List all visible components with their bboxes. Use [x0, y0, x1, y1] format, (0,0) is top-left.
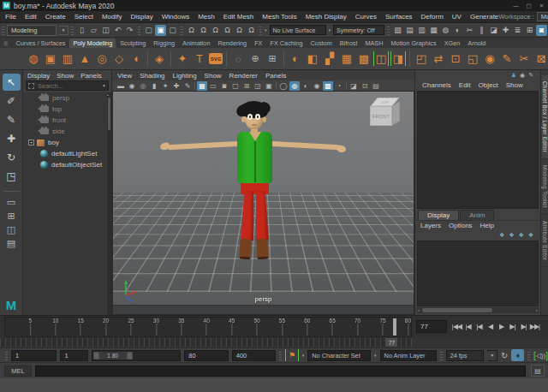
status-file-icon[interactable]: ▱ [88, 25, 99, 36]
channel-corner-icon[interactable]: ✎ [528, 72, 533, 79]
channel-box-menu-item[interactable]: Show [506, 81, 523, 89]
viewport-toggle-icon[interactable]: ◉ [312, 81, 322, 91]
toolbox-tool[interactable]: ↖ [3, 74, 21, 91]
menu-item[interactable]: Mesh [198, 13, 215, 21]
shelf-menu-icon[interactable]: ☰ [3, 40, 8, 46]
viewport-toggle-icon[interactable]: ◐ [301, 81, 311, 91]
viewport-menu-item[interactable]: Show [205, 72, 222, 80]
anim-layer-arrow-icon[interactable]: ▾ [374, 353, 377, 358]
layer-action-icon[interactable]: ❖ [518, 232, 523, 239]
channel-corner-icon[interactable]: ♟ [511, 72, 516, 79]
shelf-tool-icon[interactable]: ◉ [482, 51, 497, 67]
playback-button[interactable]: ◀ [485, 320, 496, 333]
live-surface-field[interactable]: No Live Surface [270, 25, 326, 35]
menu-set-selector[interactable]: Modeling [7, 25, 57, 36]
shelf-tab[interactable]: Bifrost [337, 39, 361, 48]
viewport-toggle-icon[interactable] [345, 81, 348, 91]
shelf-tab[interactable]: FX [251, 39, 265, 48]
status-file-icon[interactable]: ◫ [100, 25, 111, 36]
outliner-item[interactable]: boy [23, 137, 111, 148]
sidebar-toggle-icon[interactable]: ◙ [536, 25, 547, 36]
shelf-tool-icon[interactable]: ◐ [288, 51, 303, 67]
shelf-tool-icon[interactable]: ◨ [390, 51, 406, 66]
layer-action-icon[interactable]: ❖ [528, 232, 533, 239]
playback-button[interactable]: |◀◀ [451, 320, 462, 333]
shelf-tool-icon[interactable]: SVG [209, 53, 223, 64]
menu-item[interactable]: Generate [470, 13, 498, 21]
group-grip[interactable] [2, 25, 4, 35]
shelf-tool-icon[interactable]: T [192, 51, 207, 67]
group-grip[interactable] [527, 350, 530, 360]
shelf-tool-icon[interactable] [147, 51, 148, 67]
channel-box-menu-item[interactable]: Object [479, 81, 498, 89]
mel-command-input[interactable] [35, 365, 526, 377]
current-time-marker[interactable] [393, 318, 396, 336]
view-cube-side-face[interactable] [392, 102, 400, 126]
outliner-scrollbar[interactable] [107, 92, 111, 315]
channel-box-menu-item[interactable]: Channels [422, 81, 451, 89]
shelf-tab[interactable]: Curves / Surfaces [12, 39, 68, 48]
viewport-toggle-icon[interactable]: ▭ [208, 81, 218, 91]
shelf-tool-icon[interactable]: ◍ [26, 51, 41, 67]
sidebar-toggle-icon[interactable]: ▧ [392, 25, 403, 36]
viewport-toggle-icon[interactable]: ◪ [348, 81, 359, 91]
shelf-tool-icon[interactable] [409, 51, 410, 67]
group-grip[interactable] [259, 25, 262, 35]
group-grip[interactable] [71, 25, 74, 35]
toolbox-tool[interactable]: ✐ [3, 92, 21, 110]
sidebar-toggle-icon[interactable]: ◍ [440, 25, 451, 36]
viewport-menu-item[interactable]: Renderer [229, 72, 258, 80]
shelf-tool-icon[interactable]: ◰ [414, 51, 429, 67]
group-grip[interactable] [440, 350, 443, 360]
sidebar-toggle-icon[interactable]: ✚ [500, 25, 511, 36]
sidebar-toggle-icon[interactable]: ⊞ [524, 25, 535, 36]
viewport-menu-item[interactable]: Panels [265, 72, 286, 80]
layout-shortcut[interactable]: ⊞ [3, 210, 20, 222]
group-grip[interactable] [181, 25, 183, 35]
auto-key-toggle[interactable]: ♦ [511, 349, 524, 361]
viewport-canvas[interactable]: TOP FRONT persp [112, 92, 414, 315]
group-grip[interactable] [5, 350, 8, 360]
shelf-tool-icon[interactable]: ✎ [499, 51, 515, 67]
snap-icon[interactable]: Ω [210, 25, 221, 36]
live-surface-arrow-icon[interactable]: ▾ [265, 27, 267, 33]
snap-icon[interactable]: Ω [246, 25, 257, 36]
viewport-toggle-icon[interactable]: ◍ [289, 81, 300, 91]
shelf-tool-icon[interactable]: ◫ [373, 51, 389, 66]
layout-shortcut[interactable]: ▤ [3, 237, 20, 249]
window-control-button[interactable]: ▢ [522, 0, 535, 11]
menu-item[interactable]: Select [74, 13, 93, 21]
sidebar-toggle-icon[interactable]: ∥ [476, 25, 487, 36]
sidebar-toggle-icon[interactable]: ◪ [488, 25, 499, 36]
group-grip[interactable] [387, 25, 390, 35]
shelf-tool-icon[interactable]: ◎ [94, 51, 110, 67]
viewport-toggle-icon[interactable]: ◲ [253, 81, 263, 91]
set-key-icon[interactable]: ⚑ [285, 349, 299, 361]
layer-action-icon[interactable]: ❖ [509, 232, 514, 239]
symmetry-arrow-icon[interactable]: ▾ [329, 27, 331, 33]
viewport-toggle-icon[interactable] [194, 81, 196, 91]
viewport-toggle-icon[interactable]: ◯ [278, 81, 289, 91]
toolbox-tool[interactable]: ◳ [3, 168, 21, 185]
outliner-menu-item[interactable]: Display [27, 72, 50, 80]
layer-menu-item[interactable]: Help [480, 222, 494, 229]
animation-end-field[interactable]: 400 [232, 350, 277, 361]
viewport-toggle-icon[interactable]: ✚ [171, 81, 182, 91]
channel-box-menu-item[interactable]: Edit [459, 81, 471, 89]
status-file-icon[interactable]: ▯ [76, 25, 87, 36]
toolbox-tool[interactable]: ↻ [3, 149, 21, 166]
menu-item[interactable]: Mesh Display [306, 13, 347, 21]
shelf-tool-icon[interactable]: ⊕ [247, 51, 263, 67]
range-start-handle[interactable] [93, 352, 99, 359]
menu-item[interactable]: Windows [162, 13, 189, 21]
sidebar-vertical-tab[interactable]: Channel Box / Layer Editor [542, 75, 548, 159]
selection-mask-icon[interactable]: ▣ [155, 25, 166, 36]
anim-layer-selector[interactable]: No Anim Layer [380, 350, 437, 361]
scrollbar-thumb[interactable] [422, 308, 492, 312]
character-set-selector[interactable]: No Character Set [307, 350, 371, 361]
channel-list-area[interactable] [417, 91, 539, 209]
outliner-menu-item[interactable]: Panels [80, 72, 101, 80]
sidebar-vertical-tab[interactable]: Modeling Toolkit [542, 159, 548, 215]
playback-start-field[interactable]: 1 [60, 350, 87, 361]
layout-shortcut[interactable]: ◫ [3, 223, 20, 235]
